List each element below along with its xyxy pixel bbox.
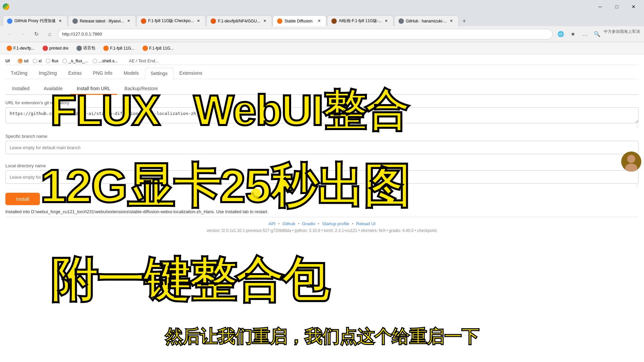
search-icon[interactable]: 🔍 <box>592 29 602 40</box>
maximize-button[interactable]: □ <box>609 2 625 12</box>
ui-label: UI <box>5 58 10 63</box>
branch-resize-handle: ⋮ <box>5 154 639 158</box>
bookmark-label-5: F.1-fp8 11G... <box>149 46 174 51</box>
new-tab-button[interactable]: + <box>459 16 469 26</box>
bookmark-1[interactable]: F.1-dev/fp... <box>4 44 37 52</box>
url-label: URL for extension's git repository <box>5 100 639 105</box>
footer-api-link[interactable]: API <box>268 221 275 226</box>
radio-xl[interactable]: xl <box>33 58 42 63</box>
url-input[interactable]: https://github.com/hanamizuki-ai/stable-… <box>5 107 639 123</box>
ext-tab-installed[interactable]: Installed <box>5 83 36 94</box>
bookmark-4[interactable]: F.1-fp8 11G... <box>101 44 137 52</box>
translate-icon[interactable]: 🌐 <box>555 29 566 40</box>
tab-close-icon[interactable]: ✕ <box>449 18 454 24</box>
radio-label-sflux: _s_flux_... <box>68 58 88 63</box>
tab-settings[interactable]: Settings <box>145 68 173 79</box>
browser-frame: ─ □ ✕ GitHub Proxy 代理加速 ✕ Release latest… <box>0 0 644 362</box>
bookmark-icon[interactable]: ★ <box>568 29 578 40</box>
bookmark-label-3: 语言包 <box>83 45 95 51</box>
close-button[interactable]: ✕ <box>626 2 641 12</box>
tab-checkpoint1[interactable]: F.1-fp8 11G版-Checkpo... ✕ <box>137 15 206 26</box>
tab-favicon <box>331 18 337 24</box>
stable-diffusion-ui: UI sd xl flux <box>0 54 644 240</box>
overlay-subtitle-label: 然后让我们重启，我们点这个给重启一下 <box>165 327 479 346</box>
bookmark-3[interactable]: 语言包 <box>74 44 98 52</box>
tab-png-info[interactable]: PNG Info <box>88 68 118 79</box>
radio-flux[interactable]: flux <box>46 58 58 63</box>
minimize-button[interactable]: ─ <box>592 2 608 12</box>
page-content: UI sd xl flux <box>0 54 644 362</box>
nav-bar: ← → ↻ ⌂ http://127.0.0.1:7860 🌐 ★ … 🔍 中方… <box>0 26 644 42</box>
radio-circle-shell <box>93 59 97 63</box>
tab-label: GitHub · hanamizuki-... <box>406 19 447 23</box>
more-icon[interactable]: … <box>580 29 590 40</box>
reload-button[interactable]: ↻ <box>31 29 42 40</box>
radio-label-flux: flux <box>52 58 58 63</box>
ext-tab-backup-restore[interactable]: Backup/Restore <box>118 83 165 94</box>
bookmark-5[interactable]: F.1-fp8 11G... <box>140 44 176 52</box>
back-button[interactable]: ← <box>4 29 15 40</box>
tab-favicon <box>141 18 146 24</box>
window-controls: ─ □ ✕ <box>592 2 641 12</box>
tab-close-icon[interactable]: ✕ <box>196 18 201 24</box>
ext-tab-install-from-url[interactable]: Install from URL <box>70 83 117 95</box>
radio-circle-flux <box>46 59 50 63</box>
tab-models[interactable]: Models <box>118 68 144 79</box>
footer-links: API • Github • Gradio • Startup profile … <box>5 221 639 226</box>
radio-circle-sd <box>18 59 22 63</box>
home-button[interactable]: ⌂ <box>44 29 55 40</box>
tab-label: F.1-fp8 11G版-Checkpo... <box>148 18 194 24</box>
tab-favicon <box>398 18 404 24</box>
overlay-text-subtitle: 然后让我们重启，我们点这个给重启一下 <box>165 325 479 349</box>
address-text: http://127.0.0.1:7860 <box>62 32 102 37</box>
sd-top-bar: UI sd xl flux <box>5 57 639 65</box>
footer-github-link[interactable]: Github <box>282 221 295 226</box>
branch-label: Specific branch name <box>5 134 639 139</box>
tab-label: Release latest · Illyasvi... <box>80 19 124 23</box>
dir-resize-handle: ⋮ <box>5 184 639 187</box>
tab-close-icon[interactable]: ✕ <box>384 18 389 24</box>
tab-favicon <box>211 18 216 24</box>
bookmark-label-1: F.1-dev/fp... <box>13 46 35 51</box>
tab-ai[interactable]: AI绘画-F.1-fp8 11G版-... ✕ <box>327 15 393 26</box>
tab-extras[interactable]: Extras <box>63 68 87 79</box>
tab-img2img[interactable]: Img2img <box>34 68 62 79</box>
tab-close-icon[interactable]: ✕ <box>58 18 63 24</box>
tab-hanamizuki[interactable]: GitHub · hanamizuki-... ✕ <box>394 15 459 26</box>
nav-icons: 🌐 ★ … 🔍 中方参加我海上军演 <box>555 29 640 40</box>
radio-shell[interactable]: ...shell.s... <box>93 58 118 63</box>
forward-button[interactable]: → <box>17 29 28 40</box>
overlay-bundle-label: 附一键整合包 <box>50 253 328 306</box>
radio-label-xl: xl <box>39 58 42 63</box>
branch-input[interactable] <box>5 141 639 154</box>
bookmarks-bar: F.1-dev/fp... printed dre 语言包 F.1-fp8 11… <box>0 42 644 54</box>
bookmark-icon-1 <box>7 46 12 51</box>
tab-close-icon[interactable]: ✕ <box>126 18 131 24</box>
dir-input[interactable] <box>5 170 639 184</box>
title-bar: ─ □ ✕ <box>0 0 644 13</box>
bookmark-2[interactable]: printed dre <box>40 44 71 52</box>
tab-github-proxy[interactable]: GitHub Proxy 代理加速 ✕ <box>3 15 67 26</box>
tab-extensions[interactable]: Extensions <box>174 68 208 79</box>
radio-label-shell: ...shell.s... <box>99 58 118 63</box>
tab-checkpoint2[interactable]: F.1-dev/fp8/NF4/GGU... ✕ <box>206 15 272 26</box>
ext-tab-available[interactable]: Available <box>37 83 69 94</box>
address-bar[interactable]: http://127.0.0.1:7860 <box>58 29 553 40</box>
bookmark-icon-4 <box>103 46 109 51</box>
tab-close-icon[interactable]: ✕ <box>317 18 322 24</box>
radio-sd[interactable]: sd <box>18 58 29 63</box>
tab-stable-diffusion[interactable]: Stable Diffusion ✕ <box>273 15 326 26</box>
radio-circle-sflux <box>62 59 67 63</box>
tab-favicon <box>277 18 282 24</box>
tab-close-icon[interactable]: ✕ <box>262 18 268 24</box>
install-button[interactable]: Install <box>5 193 40 205</box>
tab-txt2img[interactable]: Txt2img <box>5 68 33 79</box>
footer-version: version: f2.0.1v1.10.1-previous-527-g720… <box>5 228 639 233</box>
dir-label: Local directory name <box>5 163 639 168</box>
tab-release[interactable]: Release latest · Illyasvi... ✕ <box>68 15 136 26</box>
radio-sflux[interactable]: _s_flux_... <box>62 58 88 63</box>
tab-label: F.1-dev/fp8/NF4/GGU... <box>218 19 260 23</box>
footer-startup-link[interactable]: Startup profile <box>322 221 349 226</box>
footer-gradio-link[interactable]: Gradio <box>302 221 315 226</box>
footer-reload-link[interactable]: Reload UI <box>356 221 376 226</box>
